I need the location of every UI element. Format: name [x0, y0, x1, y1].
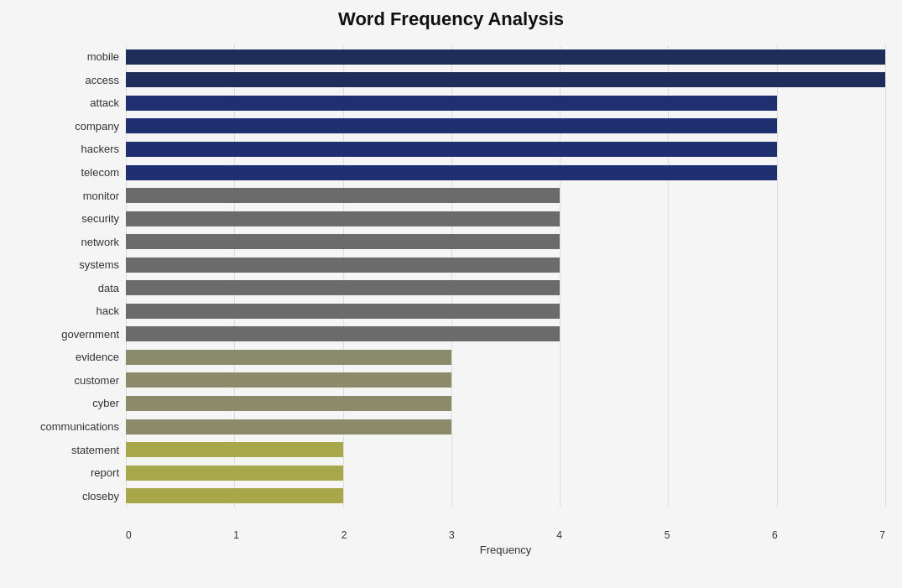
bar [126, 49, 885, 65]
y-label: evidence [76, 351, 119, 362]
x-tick: 4 [556, 529, 562, 541]
bar [126, 372, 451, 388]
bar-row [126, 232, 885, 251]
y-label: report [91, 467, 119, 478]
chart-area: mobileaccessattackcompanyhackerstelecomm… [17, 45, 885, 507]
y-labels: mobileaccessattackcompanyhackerstelecomm… [17, 45, 126, 507]
y-label: mobile [87, 51, 119, 62]
y-label: network [81, 237, 119, 247]
y-label: closeby [82, 491, 119, 502]
bars-and-grid: 01234567 Frequency [126, 45, 885, 507]
bar-row [126, 48, 885, 66]
bar-row [126, 70, 885, 89]
bar [126, 118, 777, 133]
bar-row [126, 394, 885, 413]
bar [126, 96, 777, 111]
bar-row [126, 164, 885, 182]
bar [126, 211, 560, 226]
x-tick: 6 [772, 529, 778, 541]
bar-row [126, 487, 885, 505]
bar-row [126, 210, 885, 228]
bar [126, 350, 451, 365]
bar [126, 234, 560, 249]
y-label: data [98, 283, 119, 294]
y-label: communications [40, 421, 119, 432]
bar-row [126, 256, 885, 274]
bar [126, 442, 343, 457]
chart-title: Word Frequency Analysis [17, 8, 885, 30]
bar-row [126, 464, 885, 482]
bar-row [126, 371, 885, 389]
y-label: systems [79, 259, 119, 270]
bar-row [126, 440, 885, 459]
y-label: statement [71, 445, 119, 455]
bar [126, 304, 560, 319]
x-tick: 3 [449, 529, 455, 541]
y-label: cyber [92, 398, 119, 408]
grid-line [885, 45, 886, 507]
bar [126, 258, 560, 273]
x-tick: 1 [233, 529, 239, 541]
y-label: telecom [81, 167, 119, 178]
bar-row [126, 140, 885, 159]
bar-row [126, 117, 885, 135]
y-label: company [75, 121, 119, 132]
bar-row [126, 325, 885, 343]
bar [126, 280, 560, 295]
y-label: monitor [83, 190, 119, 201]
bar-row [126, 278, 885, 297]
bar-row [126, 418, 885, 436]
y-label: hack [96, 305, 119, 316]
bar [126, 165, 777, 180]
bar [126, 396, 451, 411]
bar-row [126, 348, 885, 367]
bar [126, 142, 777, 157]
bar-row [126, 94, 885, 112]
y-label: customer [75, 375, 119, 386]
x-tick: 7 [879, 529, 885, 541]
bar [126, 72, 885, 87]
x-tick: 5 [665, 529, 670, 541]
bar-row [126, 302, 885, 320]
x-axis-label: Frequency [480, 544, 531, 556]
y-label: access [86, 75, 119, 86]
bar [126, 488, 343, 503]
x-tick: 2 [342, 529, 347, 541]
y-label: government [61, 329, 119, 340]
x-tick: 0 [126, 529, 132, 541]
bar [126, 188, 560, 203]
bar [126, 466, 343, 481]
bar [126, 326, 560, 341]
chart-container: Word Frequency Analysis mobileaccessatta… [0, 0, 902, 588]
bar [126, 419, 451, 434]
y-label: attack [90, 97, 119, 108]
bar-row [126, 186, 885, 205]
y-label: hackers [81, 143, 119, 154]
x-axis: 01234567 [126, 529, 885, 541]
y-label: security [81, 213, 119, 224]
